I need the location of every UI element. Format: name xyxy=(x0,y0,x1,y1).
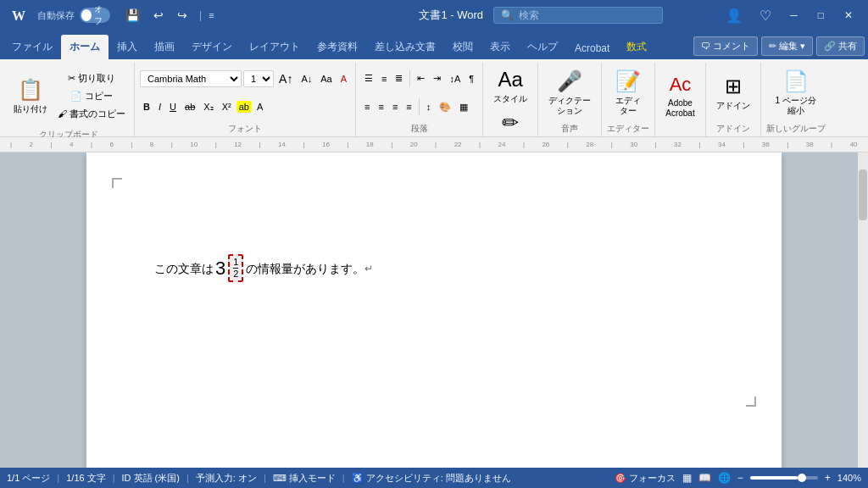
justify-button[interactable]: ≡ xyxy=(403,100,415,114)
bold-button[interactable]: B xyxy=(140,100,153,114)
shading-button[interactable]: 🎨 xyxy=(436,100,454,114)
close-button[interactable]: ✕ xyxy=(836,6,861,25)
paragraph-label: 段落 xyxy=(361,121,477,135)
insert-mode: ⌨ 挿入モード xyxy=(273,472,336,485)
ruler-scale: |2|4|6|8|10|12|14|16|18|20|22|24|26|28|3… xyxy=(10,141,858,148)
line-spacing-button[interactable]: ↕ xyxy=(423,100,435,114)
dictate-button[interactable]: 🎤 ディクテーション xyxy=(543,64,596,121)
page: この文章は 3 1 2 の情報量があります。 ↵ xyxy=(86,152,782,468)
shrink-font-button[interactable]: A↓ xyxy=(298,72,315,86)
share-button[interactable]: 🔗 共有 xyxy=(816,36,865,56)
focus-text: フォーカス xyxy=(629,472,676,485)
tab-acrobat[interactable]: Acrobat xyxy=(566,37,618,59)
underline-button[interactable]: U xyxy=(166,100,180,114)
strikethrough-button[interactable]: ab xyxy=(181,100,198,114)
grow-font-button[interactable]: A↑ xyxy=(275,70,296,87)
tab-draw[interactable]: 描画 xyxy=(146,35,183,59)
font-label: フォント xyxy=(140,121,350,135)
page-info: 1/1 ページ xyxy=(7,472,50,485)
redo-button[interactable]: ↪ xyxy=(172,7,192,24)
tab-mailings[interactable]: 差し込み文書 xyxy=(366,35,444,59)
print-layout-button[interactable]: ▦ xyxy=(682,472,692,484)
show-marks-button[interactable]: ¶ xyxy=(465,72,477,86)
ribbon-group-font: Cambria Math 14 A↑ A↓ Aa A B I U ab X₂ X… xyxy=(135,63,356,136)
bullet-list-button[interactable]: ☰ xyxy=(361,71,376,86)
user-icon-btn[interactable]: 👤 xyxy=(719,4,749,27)
undo-button[interactable]: ↩ xyxy=(148,7,169,24)
ribbon-group-addin: ⊞ アドイン アドイン xyxy=(706,63,761,136)
help-icon-btn[interactable]: ♡ xyxy=(753,4,778,27)
copy-button[interactable]: 📄 コピー xyxy=(54,88,129,104)
dictate-label: ディクテーション xyxy=(548,96,591,116)
superscript-button[interactable]: X² xyxy=(219,100,235,114)
font-size-selector[interactable]: 14 xyxy=(243,70,274,87)
italic-button[interactable]: I xyxy=(155,100,164,114)
styles-icon: Aa xyxy=(498,68,523,92)
align-left-button[interactable]: ≡ xyxy=(361,100,373,114)
font-name-selector[interactable]: Cambria Math xyxy=(140,70,242,87)
scrollbar-thumb[interactable] xyxy=(859,169,867,220)
document-area[interactable]: この文章は 3 1 2 の情報量があります。 ↵ xyxy=(0,152,868,468)
styles-button[interactable]: Aa スタイル xyxy=(488,64,532,108)
autosave-toggle[interactable]: オフ xyxy=(80,8,110,23)
format-copy-button[interactable]: 🖌 書式のコピー xyxy=(54,106,129,122)
numbered-list-button[interactable]: ≡ xyxy=(378,72,390,86)
tab-view[interactable]: 表示 xyxy=(481,35,519,59)
tab-help[interactable]: ヘルプ xyxy=(519,35,566,59)
para-row2: ≡ ≡ ≡ ≡ ↕ 🎨 ▦ xyxy=(361,93,477,122)
clear-format-button[interactable]: Aa xyxy=(317,72,335,86)
align-right-button[interactable]: ≡ xyxy=(389,100,401,114)
zoom-thumb[interactable] xyxy=(798,474,806,482)
zoom-out-button[interactable]: − xyxy=(737,472,743,484)
shrink-page-button[interactable]: 📄 1 ページ分縮小 xyxy=(766,64,826,121)
tab-home[interactable]: ホーム xyxy=(61,35,108,59)
lang-icon: ID xyxy=(122,473,131,483)
zoom-slider[interactable] xyxy=(750,476,818,480)
paste-label: 貼り付け xyxy=(14,104,47,114)
tab-file[interactable]: ファイル xyxy=(3,35,61,59)
highlight-button[interactable]: ab xyxy=(236,101,252,113)
save-button[interactable]: 💾 xyxy=(120,7,145,24)
subscript-button[interactable]: X₂ xyxy=(200,100,216,114)
edit-button[interactable]: ✏ 編集 ▾ xyxy=(761,36,813,56)
return-mark: ↵ xyxy=(364,258,373,279)
editor-button[interactable]: 📝 エディター xyxy=(607,64,649,121)
border-button[interactable]: ▦ xyxy=(456,100,471,114)
accessibility-text: アクセシビリティ: 問題ありません xyxy=(366,472,511,485)
align-center-button[interactable]: ≡ xyxy=(375,100,387,114)
increase-indent-button[interactable]: ⇥ xyxy=(430,71,444,86)
tab-references[interactable]: 参考資料 xyxy=(309,35,366,59)
tab-equation[interactable]: 数式 xyxy=(618,35,655,59)
restore-button[interactable]: □ xyxy=(810,6,832,25)
web-layout-button[interactable]: 🌐 xyxy=(718,472,731,484)
scrollbar[interactable] xyxy=(858,152,868,468)
adobe-label: AdobeAcrobat xyxy=(665,98,694,119)
autosave-knob xyxy=(81,9,92,21)
paste-button[interactable]: 📋 貼り付け xyxy=(8,64,53,127)
search-input[interactable] xyxy=(519,9,646,21)
addin-button[interactable]: ⊞ アドイン xyxy=(711,64,755,121)
zoom-in-button[interactable]: + xyxy=(825,472,831,484)
read-mode-button[interactable]: 📖 xyxy=(698,472,711,484)
ribbon-group-styles: Aa スタイル ✏ 編集 スタイル xyxy=(483,63,538,136)
tab-layout[interactable]: レイアウト xyxy=(241,35,309,59)
adobe-button[interactable]: Ac AdobeAcrobat xyxy=(660,64,699,127)
shrink-icon: 📄 xyxy=(783,69,809,93)
adobe-label-grp xyxy=(660,133,699,135)
font-color-btn2[interactable]: A xyxy=(253,100,266,114)
search-box[interactable]: 🔍 xyxy=(493,7,663,24)
sort-button[interactable]: ↕A xyxy=(446,72,464,86)
mic-icon: 🎤 xyxy=(557,69,582,93)
font-color-button[interactable]: A xyxy=(337,72,350,86)
cut-button[interactable]: ✂ 切り取り xyxy=(54,70,129,86)
comment-button[interactable]: 🗨 コメント xyxy=(693,36,758,56)
tab-insert[interactable]: 挿入 xyxy=(108,35,146,59)
denominator: 2 xyxy=(233,269,238,279)
title-bar-right: 👤 ♡ ─ □ ✕ xyxy=(719,4,861,27)
multilevel-list-button[interactable]: ≣ xyxy=(392,71,406,86)
minimize-button[interactable]: ─ xyxy=(782,6,806,25)
tab-design[interactable]: デザイン xyxy=(183,35,241,59)
decrease-indent-button[interactable]: ⇤ xyxy=(414,71,428,86)
tab-review[interactable]: 校閲 xyxy=(444,35,481,59)
fraction[interactable]: 1 2 xyxy=(228,254,243,282)
